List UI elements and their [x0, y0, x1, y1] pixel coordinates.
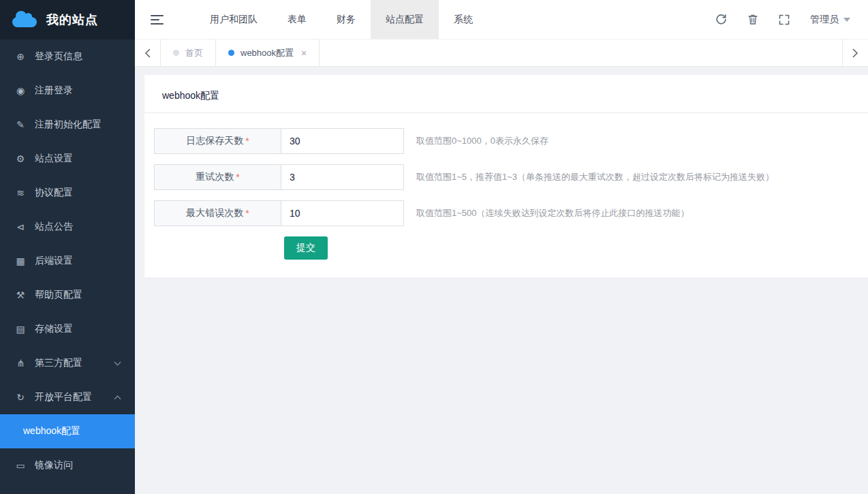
sidebar-item-storage-settings[interactable]: ▤ 存储设置 — [0, 312, 135, 346]
admin-menu[interactable]: 管理员 — [810, 14, 850, 26]
max-error-count-label: 最大错误次数 * — [154, 200, 281, 226]
tab-home[interactable]: 首页 — [161, 40, 216, 66]
caret-down-icon — [843, 18, 850, 22]
sidebar-item-label: 站点公告 — [35, 221, 73, 233]
nav-item-finance[interactable]: 财务 — [322, 0, 371, 39]
sidebar: 我的站点 ⊕ 登录页信息 ◉ 注册登录 ✎ 注册初始化配置 ⚙ 站点设置 ≋ 协… — [0, 0, 135, 494]
tab-dot — [173, 50, 179, 56]
sidebar-item-label: 登录页信息 — [35, 50, 82, 63]
top-nav: 用户和团队 表单 财务 站点配置 系统 — [195, 0, 488, 39]
field-label-text: 日志保存天数 — [186, 135, 243, 147]
monitor-icon: ▭ — [15, 460, 26, 471]
chevron-left-icon — [144, 48, 151, 58]
gear-icon: ⚙ — [15, 153, 26, 164]
sidebar-item-label: webhook配置 — [23, 425, 80, 437]
nav-item-label: 站点配置 — [386, 14, 424, 26]
tab-dot — [228, 50, 234, 56]
sidebar-item-site-announcement[interactable]: ⊲ 站点公告 — [0, 210, 135, 244]
tab-bar: 首页 webhook配置 × — [135, 40, 868, 67]
fullscreen-icon — [779, 14, 790, 25]
field-label-text: 重试次数 — [196, 171, 234, 183]
chevron-up-icon — [114, 395, 121, 402]
max-error-count-input[interactable] — [281, 200, 404, 226]
sidebar-item-backend-settings[interactable]: ▦ 后端设置 — [0, 244, 135, 278]
nav-item-label: 财务 — [337, 14, 356, 26]
nav-item-users-teams[interactable]: 用户和团队 — [195, 0, 273, 39]
nav-item-label: 用户和团队 — [210, 14, 258, 26]
sidebar-item-mirror-access[interactable]: ▭ 镜像访问 — [0, 448, 135, 482]
sidebar-item-register-init-config[interactable]: ✎ 注册初始化配置 — [0, 108, 135, 142]
fullscreen-button[interactable] — [779, 14, 790, 25]
content-area: webhook配置 日志保存天数 * 取值范围0~1000，0表示永久保存 重试… — [135, 67, 868, 494]
sidebar-item-third-party-config[interactable]: ⋔ 第三方配置 — [0, 346, 135, 380]
sidebar-item-help-page-config[interactable]: ⚒ 帮助页配置 — [0, 278, 135, 312]
webhook-config-card: webhook配置 日志保存天数 * 取值范围0~1000，0表示永久保存 重试… — [144, 75, 868, 277]
tab-label: 首页 — [185, 47, 203, 59]
wrench-icon: ⚒ — [15, 290, 26, 300]
retry-count-hint: 取值范围1~5，推荐值1~3（单条推送的最大重试次数，超过设定次数后将标记为推送… — [416, 171, 774, 183]
top-header: 用户和团队 表单 财务 站点配置 系统 — [135, 0, 868, 40]
max-error-count-hint: 取值范围1~500（连续失败达到设定次数后将停止此接口的推送功能） — [416, 207, 689, 219]
sidebar-item-login-page-info[interactable]: ⊕ 登录页信息 — [0, 40, 135, 74]
hamburger-icon — [151, 14, 164, 25]
chevron-right-icon — [852, 48, 858, 58]
form-row-max-error-count: 最大错误次数 * 取值范围1~500（连续失败达到设定次数后将停止此接口的推送功… — [154, 200, 868, 226]
admin-label: 管理员 — [810, 14, 839, 26]
sidebar-item-label: 第三方配置 — [35, 357, 82, 369]
nav-item-system[interactable]: 系统 — [439, 0, 488, 39]
speaker-icon: ⊲ — [15, 221, 26, 232]
retry-count-input[interactable] — [281, 164, 404, 190]
sidebar-item-label: 站点设置 — [35, 153, 73, 165]
nav-item-forms[interactable]: 表单 — [273, 0, 322, 39]
app-root: 我的站点 ⊕ 登录页信息 ◉ 注册登录 ✎ 注册初始化配置 ⚙ 站点设置 ≋ 协… — [0, 0, 868, 494]
cloud-logo-icon — [12, 17, 37, 27]
share-icon: ⋔ — [15, 358, 26, 369]
sidebar-item-webhook-config[interactable]: webhook配置 — [0, 414, 135, 448]
refresh-button[interactable] — [715, 14, 727, 25]
sidebar-item-label: 协议配置 — [35, 187, 73, 199]
tab-close-icon[interactable]: × — [301, 48, 307, 58]
bank-icon: ▤ — [15, 324, 26, 335]
sidebar-item-open-platform-config[interactable]: ↻ 开放平台配置 — [0, 380, 135, 414]
sidebar-item-label: 镜像访问 — [35, 459, 73, 472]
brand-title: 我的站点 — [46, 12, 98, 28]
main-column: 用户和团队 表单 财务 站点配置 系统 — [135, 0, 868, 494]
tab-scroll-right-button[interactable] — [842, 40, 868, 66]
nav-item-site-config[interactable]: 站点配置 — [371, 0, 439, 39]
header-tools: 管理员 — [715, 0, 868, 39]
submit-row: 提交 — [284, 236, 868, 260]
tab-webhook-config[interactable]: webhook配置 × — [216, 40, 320, 66]
rss-icon: ≋ — [15, 187, 26, 198]
nav-item-label: 表单 — [288, 14, 307, 26]
log-retention-days-label: 日志保存天数 * — [154, 128, 281, 154]
pencil-icon: ✎ — [15, 119, 26, 130]
required-asterisk: * — [245, 208, 249, 219]
field-label-text: 最大错误次数 — [186, 207, 243, 219]
trash-button[interactable] — [747, 14, 758, 25]
tab-scroll-left-button[interactable] — [135, 40, 161, 66]
log-retention-days-input[interactable] — [281, 128, 404, 154]
sidebar-item-label: 帮助页配置 — [35, 289, 82, 301]
sidebar-item-protocol-config[interactable]: ≋ 协议配置 — [0, 176, 135, 210]
form-row-log-retention-days: 日志保存天数 * 取值范围0~1000，0表示永久保存 — [154, 128, 868, 154]
retry-count-label: 重试次数 * — [154, 164, 281, 190]
sidebar-item-label: 存储设置 — [35, 323, 73, 335]
sidebar-item-label: 注册初始化配置 — [35, 119, 102, 131]
sidebar-item-site-settings[interactable]: ⚙ 站点设置 — [0, 142, 135, 176]
sidebar-item-label: 注册登录 — [35, 84, 73, 97]
nav-item-label: 系统 — [454, 14, 473, 26]
sidebar-item-label: 后端设置 — [35, 255, 73, 267]
log-retention-days-hint: 取值范围0~1000，0表示永久保存 — [416, 135, 548, 147]
sidebar-item-label: 开放平台配置 — [35, 391, 92, 403]
card-title: webhook配置 — [144, 75, 868, 112]
sidebar-toggle-button[interactable] — [135, 0, 179, 39]
submit-button[interactable]: 提交 — [284, 236, 328, 260]
chevron-down-icon — [114, 358, 121, 365]
refresh-icon — [715, 14, 727, 25]
grid-icon: ▦ — [15, 256, 26, 266]
required-asterisk: * — [236, 172, 239, 183]
sidebar-item-register-login[interactable]: ◉ 注册登录 — [0, 74, 135, 108]
refresh-circle-icon: ↻ — [15, 392, 26, 403]
globe-icon: ⊕ — [15, 51, 26, 62]
required-asterisk: * — [245, 136, 249, 146]
